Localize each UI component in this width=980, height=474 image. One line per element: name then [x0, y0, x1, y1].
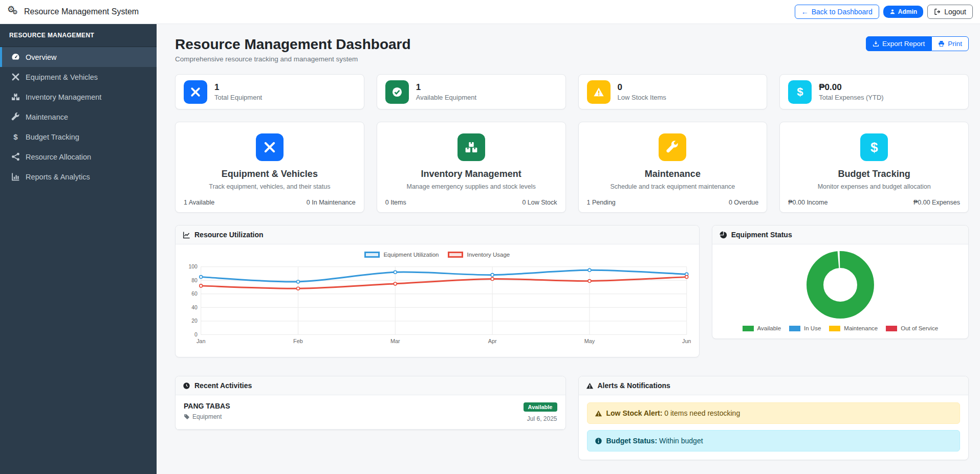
print-button[interactable]: Print [931, 36, 969, 51]
module-stat-right: 0 In Maintenance [307, 199, 356, 206]
equipment-status-card: Equipment Status AvailableIn UseMaintena… [712, 225, 969, 339]
tachometer-icon [11, 53, 20, 61]
module-description: Schedule and track equipment maintenance [587, 183, 759, 190]
stat-card-available-equipment: 1 Available Equipment [377, 74, 566, 109]
activity-name: PANG TABAS [184, 402, 230, 410]
user-icon [889, 9, 896, 15]
app-title: Resource Management System [24, 7, 139, 16]
line-chart-icon [183, 231, 190, 239]
activity-category: Equipment [184, 413, 222, 420]
warning-triangle-icon [595, 410, 602, 417]
svg-text:40: 40 [191, 305, 198, 310]
sidebar-item-overview[interactable]: Overview [0, 47, 157, 67]
sidebar-item-reports-analytics[interactable]: Reports & Analytics [0, 167, 157, 187]
sidebar-item-equipment-vehicles[interactable]: Equipment & Vehicles [0, 67, 157, 87]
module-stat-left: ₱0.00 Income [788, 199, 827, 206]
dollar-icon: $ [788, 80, 812, 104]
equipment-status-header: Equipment Status [712, 225, 968, 244]
stat-value: 1 [214, 82, 262, 93]
svg-text:Jan: Jan [197, 338, 206, 344]
tools-icon [256, 133, 284, 161]
stat-card-total-expenses: $ ₱0.00 Total Expenses (YTD) [779, 74, 969, 109]
module-card-maintenance[interactable]: Maintenance Schedule and track equipment… [578, 122, 768, 213]
legend-item[interactable]: Equipment Utilization [364, 252, 439, 258]
legend-item[interactable]: Available [743, 325, 781, 331]
svg-text:Apr: Apr [488, 338, 497, 344]
tools-icon [11, 73, 20, 81]
activity-date: Jul 6, 2025 [524, 415, 557, 422]
bottom-row: Recent Activities PANG TABAS Equipment A… [175, 376, 969, 460]
export-report-button[interactable]: Export Report [866, 36, 931, 51]
alerts-header: Alerts & Notifications [579, 376, 969, 395]
module-title: Maintenance [587, 169, 759, 179]
equipment-status-chart[interactable] [806, 251, 875, 319]
info-circle-icon [595, 437, 602, 445]
check-circle-icon [385, 80, 409, 104]
logout-icon [934, 8, 941, 15]
clock-icon [183, 382, 190, 390]
module-description: Monitor expenses and budget allocation [788, 183, 960, 190]
low-stock-alert: Low Stock Alert: 0 items need restocking [587, 402, 961, 424]
stat-label: Available Equipment [416, 94, 476, 101]
stat-card-total-equipment: 1 Total Equipment [175, 74, 364, 109]
legend-item[interactable]: Out of Service [886, 325, 938, 331]
module-card-equipment-vehicles[interactable]: Equipment & Vehicles Track equipment, ve… [175, 122, 364, 213]
svg-text:80: 80 [191, 278, 198, 283]
module-stat-left: 1 Available [184, 199, 214, 206]
recent-activities-card: Recent Activities PANG TABAS Equipment A… [175, 376, 566, 430]
alerts-card: Alerts & Notifications Low Stock Alert: … [578, 376, 969, 460]
module-description: Manage emergency supplies and stock leve… [385, 183, 557, 190]
sidebar-item-resource-allocation[interactable]: Resource Allocation [0, 147, 157, 167]
status-badge: Available [524, 402, 557, 412]
legend-item[interactable]: Inventory Usage [448, 252, 510, 258]
sidebar-item-maintenance[interactable]: Maintenance [0, 107, 157, 127]
resource-utilization-chart[interactable]: 020406080100JanFebMarAprMayJun [184, 260, 691, 351]
stat-label: Total Expenses (YTD) [819, 94, 883, 101]
budget-status-alert: Budget Status: Within budget [587, 430, 961, 452]
module-description: Track equipment, vehicles, and their sta… [184, 183, 356, 190]
activity-item[interactable]: PANG TABAS Equipment Available Jul 6, 20… [176, 395, 565, 430]
resource-utilization-card: Resource Utilization Equipment Utilizati… [175, 225, 700, 357]
module-stat-left: 0 Items [385, 199, 406, 206]
stats-row: 1 Total Equipment 1 Available Equipment … [175, 74, 969, 109]
printer-icon [938, 40, 945, 47]
back-to-dashboard-button[interactable]: ← Back to Dashboard [795, 5, 879, 19]
sidebar-item-budget-tracking[interactable]: $ Budget Tracking [0, 127, 157, 147]
svg-text:0: 0 [194, 332, 198, 337]
chart-bar-icon [11, 172, 20, 181]
line-chart-legend: Equipment UtilizationInventory Usage [184, 252, 691, 258]
stat-value: ₱0.00 [819, 82, 883, 93]
main-content: Resource Management Dashboard Comprehens… [157, 24, 980, 474]
module-stat-left: 1 Pending [587, 199, 616, 206]
recent-activities-header: Recent Activities [176, 376, 565, 395]
svg-text:Mar: Mar [390, 338, 400, 344]
modules-row: Equipment & Vehicles Track equipment, ve… [175, 122, 969, 213]
legend-item[interactable]: In Use [789, 325, 821, 331]
sidebar-item-inventory-management[interactable]: Inventory Management [0, 87, 157, 107]
boxes-icon [458, 133, 485, 161]
svg-text:20: 20 [191, 318, 198, 324]
equipment-status-legend: AvailableIn UseMaintenanceOut of Service [743, 325, 938, 331]
module-stat-right: ₱0.00 Expenses [913, 199, 960, 206]
stat-value: 1 [416, 82, 476, 93]
svg-text:100: 100 [188, 264, 198, 269]
download-icon [873, 40, 879, 47]
module-card-inventory-management[interactable]: Inventory Management Manage emergency su… [377, 122, 566, 213]
warning-triangle-icon [586, 382, 594, 390]
app-brand: ⚙⚙ Resource Management System [7, 6, 139, 18]
svg-text:Feb: Feb [293, 338, 303, 344]
page-title: Resource Management Dashboard [175, 36, 411, 53]
stat-value: 0 [618, 82, 666, 93]
share-nodes-icon [11, 152, 20, 161]
stat-card-low-stock: 0 Low Stock Items [578, 74, 768, 109]
sidebar: RESOURCE MANAGEMENT Overview Equipment &… [0, 24, 157, 474]
pie-chart-icon [720, 231, 727, 239]
sidebar-header: RESOURCE MANAGEMENT [0, 24, 157, 47]
module-card-budget-tracking[interactable]: $ Budget Tracking Monitor expenses and b… [779, 122, 969, 213]
legend-item[interactable]: Maintenance [829, 325, 878, 331]
module-stat-right: 0 Overdue [729, 199, 758, 206]
logout-button[interactable]: Logout [927, 5, 973, 19]
module-stat-right: 0 Low Stock [522, 199, 557, 206]
dollar-icon: $ [11, 132, 20, 141]
admin-badge[interactable]: Admin [883, 6, 923, 18]
